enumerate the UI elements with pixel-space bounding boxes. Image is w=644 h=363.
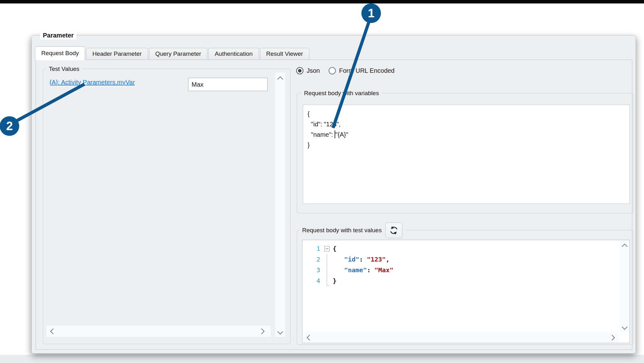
test-values-label: Test Values — [46, 65, 82, 73]
code-text: { — [333, 243, 336, 254]
scroll-left-button[interactable] — [48, 326, 58, 336]
top-black-bar — [0, 0, 644, 3]
code-line: 4} — [308, 275, 619, 286]
fold-toggle-icon[interactable] — [324, 246, 330, 251]
request-body-variables-editor[interactable]: { "id": "123", "name": "{A}" } — [303, 105, 630, 204]
radio-circle-icon — [329, 67, 336, 74]
chevron-left-icon — [307, 335, 312, 340]
viewer-horizontal-scrollbar[interactable] — [303, 332, 618, 343]
chevron-left-icon — [50, 328, 56, 334]
scroll-up-button[interactable] — [620, 241, 629, 250]
chevron-down-icon — [277, 329, 283, 334]
refresh-button[interactable] — [385, 222, 402, 238]
code-line: 2 "id": "123", — [308, 254, 619, 265]
variable-link[interactable]: {A}: Activity Parameters.myVar — [49, 79, 135, 86]
line-number: 2 — [308, 254, 320, 265]
code-text: } — [333, 275, 336, 286]
scroll-up-button[interactable] — [275, 73, 285, 83]
chevron-down-icon — [622, 324, 627, 330]
tab-header-parameter[interactable]: Header Parameter — [86, 48, 148, 60]
code-text: "name": "Max" — [333, 265, 394, 275]
callout-2-number: 2 — [6, 119, 13, 133]
line-number: 1 — [308, 243, 320, 254]
screenshot-canvas: Parameter Request BodyHeader ParameterQu… — [0, 0, 644, 363]
request-body-tab-page: Test Values {A}: Activity Parameters.myV… — [36, 60, 632, 350]
parameter-groupbox: Parameter Request BodyHeader ParameterQu… — [32, 35, 636, 354]
radio-json[interactable]: Json — [296, 67, 320, 74]
line-number: 3 — [308, 265, 320, 275]
chevron-up-icon — [622, 244, 627, 249]
chevron-up-icon — [277, 76, 283, 82]
refresh-icon — [389, 225, 399, 235]
tab-strip: Request BodyHeader ParameterQuery Parame… — [35, 46, 310, 60]
callout-1-badge: 1 — [361, 3, 381, 23]
line-number: 4 — [308, 275, 320, 286]
callout-1-number: 1 — [368, 7, 374, 20]
code-area: 1{2 "id": "123",3 "name": "Max"4} — [302, 240, 619, 332]
test-values-horizontal-scrollbar[interactable] — [46, 326, 271, 337]
radio-form-url-encoded[interactable]: Form URL Encoded — [329, 67, 394, 74]
code-line: 1{ — [308, 243, 619, 254]
scroll-down-button[interactable] — [620, 322, 629, 331]
tab-result-viewer[interactable]: Result Viewer — [260, 48, 309, 60]
fold-gutter — [323, 243, 333, 254]
chevron-right-icon — [259, 328, 264, 334]
request-body-test-values-viewer[interactable]: 1{2 "id": "123",3 "name": "Max"4} — [302, 240, 630, 343]
test-values-vertical-scrollbar[interactable] — [275, 73, 285, 337]
radio-circle-icon — [296, 67, 303, 74]
page-bottom-strip — [0, 355, 644, 363]
tab-request-body[interactable]: Request Body — [35, 46, 85, 60]
radio-label: Form URL Encoded — [339, 67, 394, 74]
scroll-left-button[interactable] — [305, 333, 314, 342]
scroll-right-button[interactable] — [607, 333, 617, 342]
request-body-test-values-legend: Request body with test values — [300, 221, 405, 240]
request-body-test-values-label: Request body with test values — [302, 227, 382, 234]
scroll-right-button[interactable] — [257, 326, 266, 336]
request-body-variables-label: Request body with variables — [302, 89, 382, 97]
callout-2-badge: 2 — [0, 116, 19, 136]
radio-label: Json — [307, 67, 320, 74]
tab-query-parameter[interactable]: Query Parameter — [149, 48, 208, 60]
code-line: 3 "name": "Max" — [308, 265, 619, 275]
request-body-variables-text: { "id": "123", "name": "{A}" } — [303, 105, 630, 150]
request-body-test-values-groupbox: Request body with test values — [297, 230, 633, 345]
test-value-input[interactable] — [188, 78, 267, 91]
fold-guide-line — [327, 254, 329, 285]
chevron-right-icon — [609, 335, 615, 340]
code-text: "id": "123", — [333, 254, 390, 265]
viewer-vertical-scrollbar[interactable] — [620, 240, 629, 332]
request-body-variables-groupbox: Request body with variables { "id": "123… — [297, 93, 633, 213]
scroll-down-button[interactable] — [275, 327, 285, 336]
tab-authentication[interactable]: Authentication — [208, 48, 259, 60]
parameter-groupbox-label: Parameter — [40, 31, 77, 39]
test-values-groupbox: Test Values {A}: Activity Parameters.myV… — [43, 69, 290, 344]
body-format-radios: JsonForm URL Encoded — [296, 66, 394, 75]
